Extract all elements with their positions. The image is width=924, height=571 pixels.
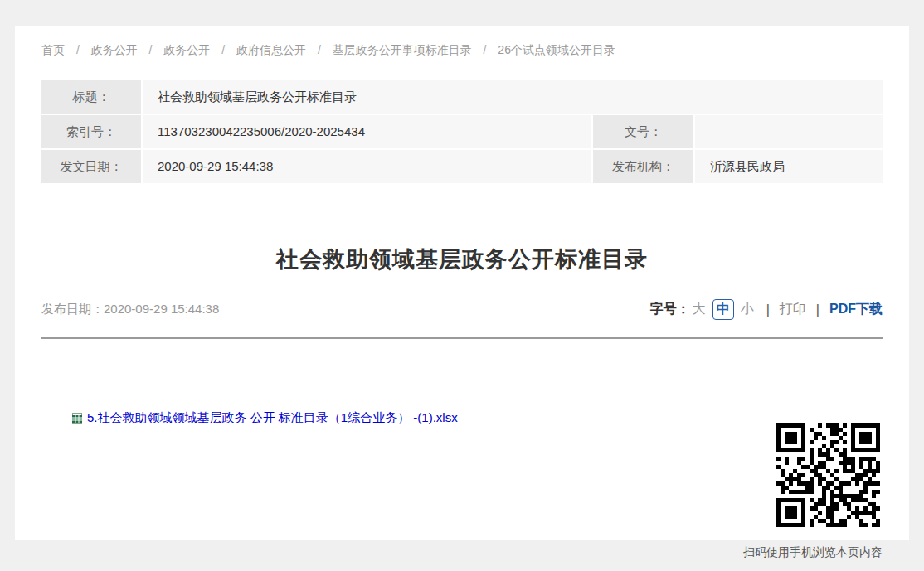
qr-section: 扫码使用手机浏览本页内容 [743, 421, 883, 560]
breadcrumb: 首页 / 政务公开 / 政务公开 / 政府信息公开 / 基层政务公开事项标准目录… [41, 43, 883, 58]
breadcrumb-link-gov-info[interactable]: 政府信息公开 [236, 43, 306, 56]
issue-date-label: 发文日期： [41, 150, 141, 183]
font-size-large-button[interactable]: 大 [693, 301, 706, 318]
index-number-label: 索引号： [41, 115, 141, 148]
breadcrumb-separator: / [149, 43, 153, 56]
attachment-row: 5.社会救助领域领域基层政务 公开 标准目录（1综合业务） -(1).xlsx [71, 410, 458, 426]
document-info-table: 标题： 社会救助领域基层政务公开标准目录 索引号： 11370323004223… [41, 80, 883, 183]
font-size-small-button[interactable]: 小 [741, 301, 754, 318]
publish-date-label: 发布日期： [41, 302, 104, 316]
breadcrumb-separator: / [76, 43, 80, 56]
attachment-link[interactable]: 5.社会救助领域领域基层政务 公开 标准目录（1综合业务） -(1).xlsx [87, 410, 458, 426]
breadcrumb-separator: / [318, 43, 321, 56]
breadcrumb-separator: / [221, 43, 225, 56]
breadcrumb-link-standard-catalog[interactable]: 基层政务公开事项标准目录 [333, 43, 472, 56]
publish-date-value: 2020-09-29 15:44:38 [104, 302, 219, 316]
breadcrumb-separator: / [484, 43, 487, 56]
breadcrumb-link-zwgk-2[interactable]: 政务公开 [163, 43, 210, 56]
breadcrumb-current-page: 26个试点领域公开目录 [498, 43, 615, 56]
qr-code-image [774, 421, 883, 530]
agency-value: 沂源县民政局 [695, 150, 883, 183]
toolbar-divider: | [816, 302, 819, 317]
article-toolbar: 字号： 大 中 小 | 打印 | PDF下载 [650, 299, 883, 320]
breadcrumb-divider [41, 70, 883, 70]
print-button[interactable]: 打印 [780, 301, 806, 318]
table-row: 标题： 社会救助领域基层政务公开标准目录 [41, 80, 883, 114]
publish-date: 发布日期：2020-09-29 15:44:38 [41, 302, 219, 317]
font-size-medium-button[interactable]: 中 [712, 299, 734, 320]
breadcrumb-link-home[interactable]: 首页 [41, 43, 65, 56]
qr-caption: 扫码使用手机浏览本页内容 [743, 545, 883, 560]
doc-number-label: 文号： [593, 115, 693, 148]
doc-number-value [695, 115, 883, 148]
content-card: 首页 / 政务公开 / 政务公开 / 政府信息公开 / 基层政务公开事项标准目录… [15, 26, 909, 540]
excel-file-icon [71, 412, 84, 425]
issue-date-value: 2020-09-29 15:44:38 [143, 150, 591, 183]
index-number-value: 113703230042235006/2020-2025434 [143, 115, 591, 148]
pdf-download-button[interactable]: PDF下载 [829, 301, 883, 318]
table-row: 发文日期： 2020-09-29 15:44:38 发布机构： 沂源县民政局 [41, 150, 883, 183]
toolbar-divider: | [766, 302, 770, 317]
title-label: 标题： [41, 80, 141, 114]
page-title: 社会救助领域基层政务公开标准目录 [41, 244, 883, 274]
table-row: 索引号： 113703230042235006/2020-2025434 文号： [41, 115, 883, 148]
agency-label: 发布机构： [593, 150, 693, 183]
font-size-label: 字号： [650, 301, 690, 318]
title-value: 社会救助领域基层政务公开标准目录 [143, 80, 883, 114]
breadcrumb-link-zwgk-1[interactable]: 政务公开 [91, 43, 138, 56]
